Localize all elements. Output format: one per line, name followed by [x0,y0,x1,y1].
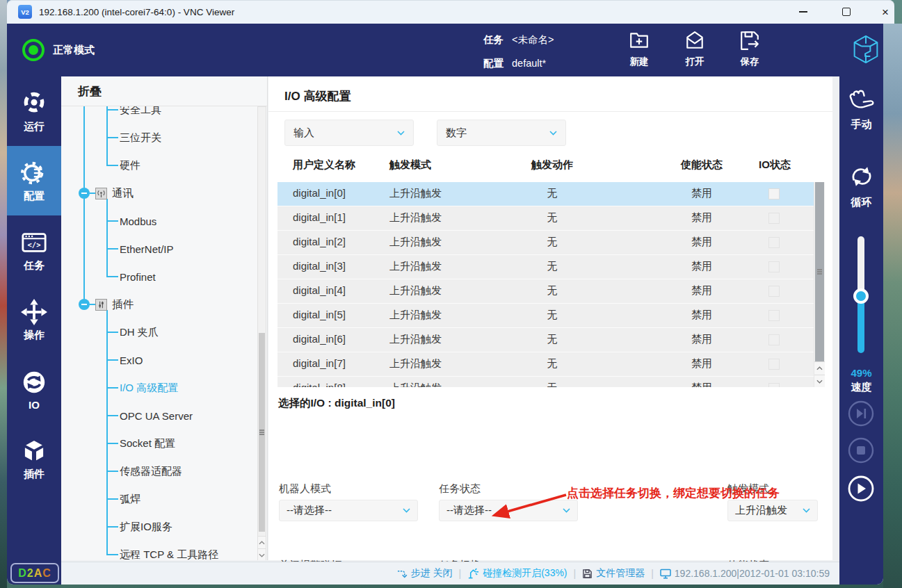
io-state-checkbox[interactable] [768,310,780,321]
app-header: 正常模式 任务 <未命名> 配置 default* 新建打开保存 [7,24,883,76]
cell-trigger-action: 无 [507,357,597,370]
minimize-button[interactable] [787,0,819,24]
io-type-select[interactable]: 数字 [437,120,566,146]
loop-mode-button[interactable]: 循环 [839,163,883,209]
tree-scrollbar[interactable] [257,106,266,560]
speed-slider-handle[interactable] [853,288,869,304]
tree-collapse-header[interactable]: 折叠 [61,76,267,106]
cell-enable-state: 禁用 [667,357,736,370]
tree-item[interactable]: ExIO [61,346,256,374]
tree-item[interactable]: 硬件 [61,152,256,179]
tree-item[interactable]: 传感器适配器 [61,457,256,485]
sidebar-item-task[interactable]: </>任务 [7,215,61,285]
sidebar-item-plugin[interactable]: 插件 [7,424,61,493]
io-state-checkbox[interactable] [768,334,780,345]
form-field-select[interactable]: --请选择-- [279,500,418,521]
d2ac-badge[interactable]: D2AC [10,563,59,583]
tree-item[interactable]: EtherNet/IP [61,235,256,263]
io-state-checkbox[interactable] [768,383,780,387]
col-header-io-state: IO状态 [736,158,813,172]
table-scrollbar-thumb[interactable] [815,182,824,361]
open-button[interactable]: 打开 [673,30,717,68]
svg-text:</>: </> [28,240,41,249]
tree-scroll-down-icon[interactable] [258,548,266,560]
new-button[interactable]: 新建 [617,30,661,68]
speed-slider-fill[interactable] [857,296,864,353]
tree-item-label: 弧焊 [120,493,140,506]
tree-item[interactable]: 三位开关 [61,124,256,152]
vnc-title-bar: V2 192.168.1.200 (intel-corei7-64:0) - V… [7,0,894,24]
cell-enable-state: 禁用 [667,236,736,249]
speed-slider-track[interactable] [857,236,864,296]
manual-mode-button[interactable]: 手动 [839,88,883,131]
sidebar-item-operate[interactable]: 操作 [7,285,61,354]
tree-scrollbar-thumb[interactable] [259,333,265,532]
tree-item-label: OPC UA Server [120,410,193,422]
sidebar-item-io[interactable]: IO [7,354,61,424]
table-scroll-up-icon[interactable] [814,361,825,375]
io-state-checkbox[interactable] [768,359,780,370]
table-scroll-down-icon[interactable] [814,375,825,387]
config-row: 配置 default* [483,57,546,70]
tree-item[interactable]: 弧焊 [61,485,256,513]
io-direction-select[interactable]: 输入 [284,120,414,146]
tree-item-label: Profinet [120,271,156,283]
tree-item[interactable]: DH 夹爪 [61,318,256,346]
table-row[interactable]: digital_in[1]上升沿触发无禁用 [277,206,814,231]
close-button[interactable]: × [869,0,901,24]
tree-scroll-up-icon[interactable] [258,536,266,548]
config-label: 配置 [483,58,504,69]
form-field-value: --请选择-- [287,504,332,517]
io-type-value: 数字 [446,126,467,140]
collision-detect-status[interactable]: 碰撞检测开启(33%) [467,567,567,580]
table-row[interactable]: digital_in[4]上升沿触发无禁用 [277,279,814,304]
save-button[interactable]: 保存 [727,30,772,68]
table-row[interactable]: digital_in[7]上升沿触发无禁用 [277,352,814,377]
io-direction-value: 输入 [293,126,314,140]
step-status[interactable]: 步进 关闭 [397,567,453,580]
cell-name: digital_in[5] [293,309,346,320]
collapse-minus-icon[interactable] [79,299,90,310]
form-field-select[interactable]: 上升沿触发 [727,500,818,521]
maximize-button[interactable] [830,0,862,24]
table-row[interactable]: digital_in[2]上升沿触发无禁用 [277,231,814,255]
table-row[interactable]: digital_in[8]上升沿触发无禁用 [277,377,814,387]
annotation-arrow [485,491,576,523]
tree-item[interactable]: 安全工具 [61,106,256,124]
tree-item[interactable]: I/O 高级配置 [61,374,256,402]
table-row[interactable]: digital_in[3]上升沿触发无禁用 [277,255,814,279]
col-header-name: 用户定义名称 [293,158,355,172]
table-row[interactable]: digital_in[6]上升沿触发无禁用 [277,328,814,352]
table-row[interactable]: digital_in[0]上升沿触发无禁用 [277,182,814,206]
tree-node-antenna[interactable]: 通讯 [61,179,256,207]
tree-node-sliders[interactable]: 插件 [61,291,256,318]
stop-button[interactable] [848,437,874,464]
loop-label: 循环 [851,196,872,209]
tree-item[interactable]: 远程 TCP & 工具路径 [61,541,256,560]
table-scrollbar[interactable] [814,182,825,387]
tree-item[interactable]: 扩展IO服务 [61,513,256,541]
io-state-checkbox[interactable] [768,261,780,272]
annotation-text: 点击选择任务切换，绑定想要切换的任务 [567,485,831,501]
tree-item[interactable]: Profinet [61,263,256,291]
table-row[interactable]: digital_in[5]上升沿触发无禁用 [277,304,814,328]
io-state-checkbox[interactable] [768,237,780,248]
separator: | [651,568,654,579]
step-forward-button[interactable] [848,400,874,427]
tree-item[interactable]: Socket 配置 [61,430,256,457]
file-manager-button[interactable]: 文件管理器 [582,567,645,580]
sidebar-item-label: IO [29,399,40,411]
tree-item[interactable]: Modbus [61,207,256,235]
collapse-minus-icon[interactable] [79,188,90,199]
io-state-checkbox[interactable] [768,286,780,297]
tree-item-label: Socket 配置 [120,437,175,450]
io-state-checkbox[interactable] [768,213,780,224]
sidebar-item-config[interactable]: 配置 [7,146,61,215]
io-state-checkbox[interactable] [768,188,780,199]
play-button[interactable] [848,475,874,502]
col-header-trigger-mode: 触发模式 [389,158,431,172]
sidebar-item-run[interactable]: 运行 [7,76,61,146]
divider [268,111,832,112]
cell-name: digital_in[0] [293,187,346,199]
tree-item[interactable]: OPC UA Server [61,402,256,430]
